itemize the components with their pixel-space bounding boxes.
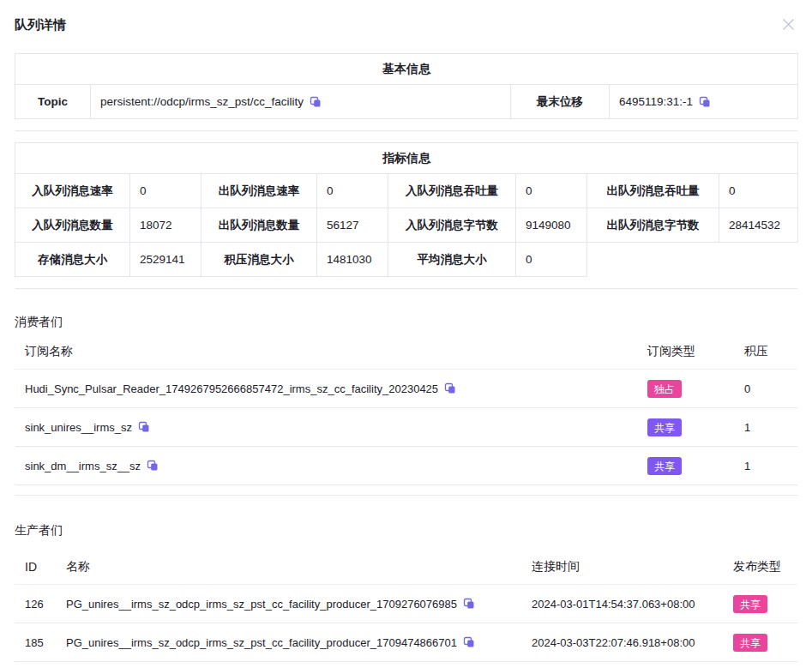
backlog-value: 1 xyxy=(744,421,797,434)
copy-icon xyxy=(444,382,456,394)
metric-label: 入队列消息吞吐量 xyxy=(388,174,516,208)
producer-row: 126 PG_unires__irms_sz_odcp_irms_sz_pst_… xyxy=(15,585,797,623)
producer-name: PG_unires__irms_sz_odcp_irms_sz_pst_cc_f… xyxy=(66,598,457,611)
backlog-value: 1 xyxy=(744,460,797,472)
producer-connect-time: 2024-03-01T14:54:37.063+08:00 xyxy=(532,598,733,611)
column-header-id: ID xyxy=(15,560,66,574)
consumer-row: sink_unires__irms_sz 共享 1 xyxy=(15,408,797,447)
copy-subscription-button[interactable] xyxy=(444,382,456,394)
copy-subscription-button[interactable] xyxy=(138,421,150,433)
copy-icon xyxy=(147,460,159,472)
copy-producer-button[interactable] xyxy=(463,636,475,648)
column-header-backlog: 积压 xyxy=(744,344,797,359)
copy-icon xyxy=(699,96,711,108)
copy-icon xyxy=(310,96,322,108)
subscription-type-badge: 共享 xyxy=(647,457,682,475)
subscription-name: sink_unires__irms_sz xyxy=(25,421,132,434)
metrics-header: 指标信息 xyxy=(15,143,798,174)
metric-value: 18072 xyxy=(130,208,201,243)
producers-table-header: ID 名称 连接时间 发布类型 xyxy=(15,559,797,585)
consumers-table-header: 订阅名称 订阅类型 积压 xyxy=(15,344,797,370)
metric-value: 0 xyxy=(516,174,587,208)
producers-section-title: 生产者们 xyxy=(15,523,797,539)
producer-name: PG_unires__irms_sz_odcp_irms_sz_pst_cc_f… xyxy=(66,636,457,649)
copy-topic-button[interactable] xyxy=(310,96,322,108)
metric-label: 出队列消息吞吐量 xyxy=(587,174,719,208)
metric-label: 出队列消息数量 xyxy=(201,208,317,243)
consumers-section-title: 消费者们 xyxy=(15,315,797,330)
metric-label: 入队列消息字节数 xyxy=(388,208,516,243)
consumer-row: sink_dm__irms_sz__sz 共享 1 xyxy=(15,447,797,485)
metric-value: 56127 xyxy=(317,208,388,243)
section-divider xyxy=(15,288,797,289)
metric-value: 0 xyxy=(719,174,798,208)
metric-value: 0 xyxy=(317,174,388,208)
metric-label: 积压消息大小 xyxy=(201,243,317,277)
column-header-subscription-name: 订阅名称 xyxy=(15,344,647,359)
metric-value: 28414532 xyxy=(719,208,798,243)
metric-label: 出队列消息字节数 xyxy=(587,208,719,243)
metrics-empty-cell xyxy=(587,243,798,277)
subscription-type-badge: 共享 xyxy=(647,418,682,436)
subscription-name: Hudi_Sync_Pulsar_Reader_1749267952666857… xyxy=(25,382,438,395)
copy-producer-button[interactable] xyxy=(463,598,475,610)
metrics-row: 入队列消息速率 0 出队列消息速率 0 入队列消息吞吐量 0 出队列消息吞吐量 … xyxy=(15,174,798,208)
close-icon xyxy=(781,17,796,32)
section-divider xyxy=(15,130,797,131)
dialog-header: 队列详情 xyxy=(15,0,797,33)
basic-info-header: 基本信息 xyxy=(15,54,798,85)
producer-row: 185 PG_unires__irms_sz_odcp_irms_sz_pst_… xyxy=(15,623,797,662)
metric-label: 存储消息大小 xyxy=(15,243,130,277)
metric-value: 9149080 xyxy=(516,208,587,243)
producer-id: 126 xyxy=(15,598,66,611)
metric-label: 入队列消息数量 xyxy=(15,208,130,243)
copy-icon xyxy=(463,598,475,610)
copy-offset-button[interactable] xyxy=(699,96,711,108)
metrics-row: 入队列消息数量 18072 出队列消息数量 56127 入队列消息字节数 914… xyxy=(15,208,798,243)
metrics-row: 存储消息大小 2529141 积压消息大小 1481030 平均消息大小 0 xyxy=(15,243,798,277)
offset-label: 最末位移 xyxy=(511,85,610,119)
publish-type-badge: 共享 xyxy=(733,595,767,613)
consumer-row: Hudi_Sync_Pulsar_Reader_1749267952666857… xyxy=(15,370,797,408)
close-button[interactable] xyxy=(779,15,797,33)
topic-label: Topic xyxy=(15,85,91,119)
metric-value: 0 xyxy=(516,243,587,277)
column-header-subscription-type: 订阅类型 xyxy=(647,344,744,359)
page-title: 队列详情 xyxy=(15,17,66,33)
metrics-table: 指标信息 入队列消息速率 0 出队列消息速率 0 入队列消息吞吐量 0 出队列消… xyxy=(15,142,798,277)
column-header-publish-type: 发布类型 xyxy=(733,559,797,575)
copy-subscription-button[interactable] xyxy=(147,460,159,472)
topic-value: persistent://odcp/irms_sz_pst/cc_facilit… xyxy=(100,95,304,108)
metric-label: 入队列消息速率 xyxy=(15,174,130,208)
metric-value: 0 xyxy=(130,174,201,208)
column-header-name: 名称 xyxy=(66,559,532,575)
basic-info-table: 基本信息 Topic persistent://odcp/irms_sz_pst… xyxy=(15,53,798,119)
offset-value: 6495119:31:-1 xyxy=(619,95,693,108)
copy-icon xyxy=(138,421,150,433)
copy-icon xyxy=(463,636,475,648)
queue-detail-dialog: 队列详情 基本信息 Topic persistent://odcp/irms_s… xyxy=(0,0,812,662)
metric-label: 平均消息大小 xyxy=(388,243,516,277)
subscription-name: sink_dm__irms_sz__sz xyxy=(25,460,141,472)
subscription-type-badge: 独占 xyxy=(647,380,682,398)
producer-connect-time: 2024-03-03T22:07:46.918+08:00 xyxy=(532,636,733,649)
producer-id: 185 xyxy=(15,636,66,649)
backlog-value: 0 xyxy=(744,382,797,395)
metric-value: 1481030 xyxy=(317,243,388,277)
section-divider xyxy=(15,495,797,496)
metric-value: 2529141 xyxy=(130,243,201,277)
column-header-connect-time: 连接时间 xyxy=(532,559,733,575)
metric-label: 出队列消息速率 xyxy=(201,174,317,208)
publish-type-badge: 共享 xyxy=(733,634,767,652)
